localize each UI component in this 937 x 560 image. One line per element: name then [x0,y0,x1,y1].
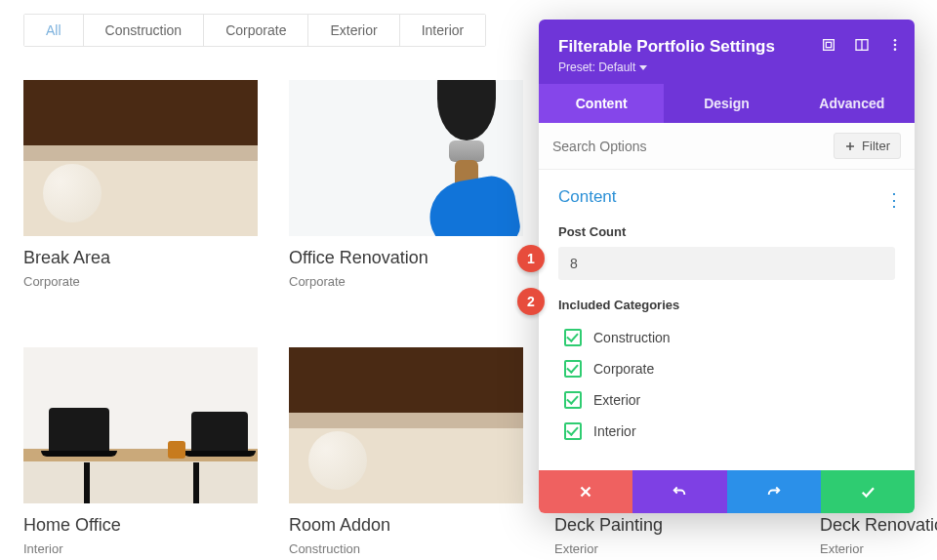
categories-label: Included Categories [558,298,895,312]
redo-button[interactable] [727,470,821,513]
portfolio-card[interactable]: Office Renovation Corporate [289,80,523,289]
tab-design[interactable]: Design [664,84,789,123]
panel-header: Filterable Portfolio Settings Preset: De… [539,20,915,84]
checkbox-checked-icon[interactable] [564,329,582,346]
panel-tabs: Content Design Advanced [539,84,915,123]
portfolio-card[interactable]: Room Addon Construction [289,347,523,556]
card-category: Corporate [289,274,523,289]
checkbox-checked-icon[interactable] [564,422,582,440]
tab-content[interactable]: Content [539,84,664,123]
panel-search-bar: Filter [539,123,915,170]
panel-body: Content ⋮ Post Count Included Categories… [539,170,915,470]
checkbox-checked-icon[interactable] [564,360,582,378]
tab-advanced[interactable]: Advanced [790,84,915,123]
dots-vertical-icon[interactable]: ⋮ [885,189,901,211]
category-label: Corporate [593,361,654,377]
callout-badge: 1 [517,245,545,272]
preset-selector[interactable]: Preset: Default [558,60,895,74]
card-title: Break Area [23,248,258,268]
thumbnail-image [23,80,258,236]
svg-rect-0 [824,40,835,51]
card-title: Deck Renovation [820,515,937,536]
filter-tabs: All Construction Corporate Exterior Inte… [23,14,486,47]
card-category: Corporate [23,274,258,289]
category-label: Exterior [593,392,640,408]
expand-icon[interactable] [821,37,836,53]
svg-point-5 [894,44,897,47]
save-button[interactable] [821,470,915,513]
checkbox-checked-icon[interactable] [564,391,582,409]
card-title: Deck Painting [554,515,789,536]
filter-tab-all[interactable]: All [24,15,84,46]
post-count-block: Post Count [558,224,895,280]
post-count-label: Post Count [558,224,895,239]
category-label: Construction [593,330,671,345]
search-input[interactable] [552,139,748,154]
undo-button[interactable] [632,470,726,513]
plus-icon [844,140,856,152]
categories-list: Construction Corporate Exterior Interior [558,322,895,447]
svg-rect-1 [826,42,831,47]
thumbnail-image [289,347,523,503]
settings-panel: Filterable Portfolio Settings Preset: De… [539,20,915,513]
portfolio-card[interactable]: Break Area Corporate [23,80,258,289]
svg-point-6 [894,48,897,51]
filter-tab-exterior[interactable]: Exterior [308,15,399,46]
check-icon [859,483,876,500]
category-item[interactable]: Construction [564,322,895,353]
card-category: Exterior [554,541,789,556]
filter-tab-construction[interactable]: Construction [84,15,205,46]
filter-button-label: Filter [862,139,890,153]
svg-point-4 [894,39,897,42]
caret-down-icon [639,65,647,70]
undo-icon [671,483,688,500]
redo-icon [765,483,783,500]
category-label: Interior [593,423,636,439]
card-category: Exterior [820,541,937,556]
section-title[interactable]: Content [558,187,895,207]
card-title: Home Office [23,515,258,536]
category-item[interactable]: Exterior [564,384,895,416]
filter-button[interactable]: Filter [834,133,901,159]
columns-icon[interactable] [854,37,870,53]
close-icon [577,483,594,500]
category-item[interactable]: Interior [564,416,895,447]
thumbnail-image [289,80,523,236]
preset-label: Preset: Default [558,60,635,74]
thumbnail-image [23,347,258,503]
close-button[interactable] [539,470,632,513]
card-category: Interior [23,541,258,556]
category-item[interactable]: Corporate [564,353,895,384]
post-count-input[interactable] [558,247,895,280]
portfolio-card[interactable]: Home Office Interior [23,347,258,556]
card-title: Room Addon [289,515,523,536]
callout-badge: 2 [517,288,545,315]
filter-tab-corporate[interactable]: Corporate [204,15,308,46]
dots-vertical-icon[interactable] [887,37,903,53]
card-title: Office Renovation [289,248,523,268]
categories-block: Included Categories Construction Corpora… [558,298,895,447]
filter-tab-interior[interactable]: Interior [400,15,486,46]
card-category: Construction [289,541,523,556]
panel-footer [539,470,915,513]
